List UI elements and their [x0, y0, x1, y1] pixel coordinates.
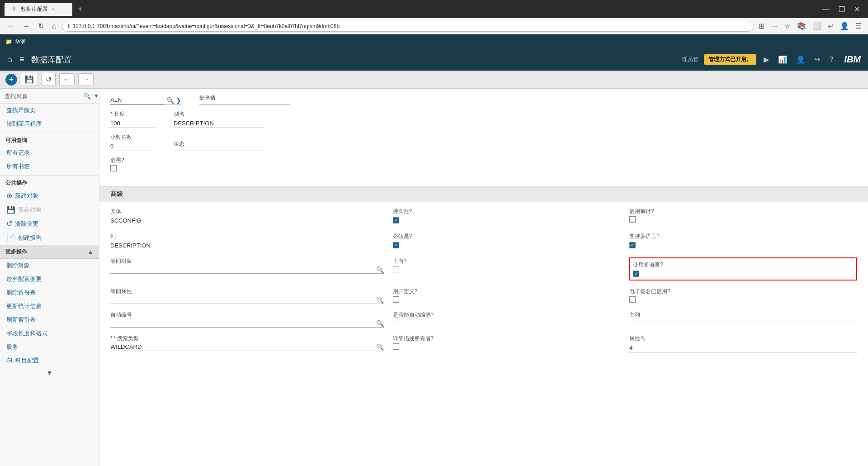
sidebar-item-create-report[interactable]: 📄 创建报告 — [0, 231, 99, 245]
search-icon[interactable]: 🔍 — [83, 92, 91, 100]
sidebar-item-all-records[interactable]: 所有记录 — [0, 146, 99, 160]
scroll-down-icon[interactable]: ▼ — [47, 369, 53, 376]
folder-icon: 📁 — [5, 38, 12, 45]
browser-nav: ← → ↻ ⌂ ℹ 127.0.0.1:7001/maximo/ui/?even… — [0, 18, 868, 34]
sidebar-item-all-bookmarks[interactable]: 所有书签 — [0, 160, 99, 173]
sidebar-item-clear-changes[interactable]: ↺ 清除变更 — [0, 217, 99, 231]
add-button[interactable]: + — [5, 74, 17, 86]
home-nav-button[interactable]: ⌂ — [49, 20, 59, 32]
forward-button[interactable]: → — [78, 73, 94, 86]
search-type-input-group: WILDCARD 🔍 — [110, 343, 384, 351]
advanced-row-4: 等同属性 🔍 用户定义? 电子签名已启用? — [110, 288, 857, 304]
address-bar[interactable]: ℹ 127.0.0.1:7001/maximo/ui/?event=loadap… — [62, 21, 754, 32]
sidebar-item-discard-config[interactable]: 放弃配置变更 — [0, 272, 99, 286]
required-label: 必需? — [110, 157, 124, 164]
reload-button[interactable]: ↻ — [35, 20, 47, 32]
auto-decode-label: 是否能自动编码? — [393, 311, 621, 319]
esign-checkbox[interactable] — [629, 296, 636, 303]
clear-icon: ↺ — [6, 219, 12, 228]
column-col: 列 DESCRIPTION — [110, 233, 393, 250]
browser-tab-active[interactable]: 🗄 数据库配置 × — [5, 3, 72, 16]
search-type-search-icon[interactable]: 🔍 — [376, 343, 384, 351]
same-attr-input[interactable] — [110, 296, 374, 303]
decimal-field-group: 小数位数 0 — [110, 133, 156, 151]
admin-mode-badge[interactable]: 管理方式已开启。 — [704, 54, 756, 65]
minimize-button[interactable]: — — [819, 3, 833, 15]
tab-close-button[interactable]: × — [52, 5, 55, 13]
search-input[interactable] — [5, 93, 80, 100]
sidebar-item-delete-object[interactable]: 删除对象 — [0, 259, 99, 272]
auto-num-input-group: 🔍 — [110, 320, 384, 328]
back-button[interactable]: ← — [59, 73, 75, 86]
sidebar-item-gl-config[interactable]: GL 科目配置 — [0, 354, 99, 367]
ibm-logo: IBM — [844, 54, 861, 65]
sidebar-item-save-object[interactable]: 💾 保存对象 — [0, 203, 99, 217]
back-nav-button[interactable]: ← — [5, 20, 17, 32]
dropdown-arrow-icon[interactable]: ▼ — [94, 93, 99, 99]
multilang-checkbox[interactable] — [629, 242, 636, 248]
undo-icon[interactable]: ↩ — [826, 21, 835, 31]
save-button[interactable]: 💾 — [21, 73, 38, 86]
alias-label: 别名 — [174, 110, 264, 118]
sidebar: 🔍 ▼ 查找导航页 转到应用程序 可用查询 所有记录 所有书签 公共操作 ⊕ 新… — [0, 89, 99, 466]
new-tab-button[interactable]: + — [78, 5, 83, 14]
sidebar-item-service[interactable]: 服务 — [0, 340, 99, 354]
forward-nav-button[interactable]: → — [20, 20, 33, 32]
chart-icon[interactable]: 📊 — [776, 53, 789, 66]
form-row-required: 必需? — [110, 157, 857, 171]
more-ops-label: 更多操作 — [5, 248, 27, 256]
sidebar-item-update-stats[interactable]: 更新统计信息 — [0, 300, 99, 313]
auto-decode-checkbox[interactable] — [393, 320, 399, 326]
home-app-icon[interactable]: ⌂ — [7, 55, 12, 64]
same-obj-search-icon[interactable]: 🔍 — [376, 266, 384, 273]
menu-icon[interactable]: ☰ — [854, 21, 863, 31]
use-multilang-checkbox[interactable] — [633, 271, 639, 277]
auto-num-search-icon[interactable]: 🔍 — [376, 320, 384, 327]
forward-checkbox[interactable] — [393, 266, 399, 272]
refresh-button[interactable]: ↺ — [42, 73, 56, 86]
user-circle-icon[interactable]: 👤 — [794, 53, 807, 66]
required2-checkbox[interactable] — [393, 242, 399, 248]
sidebar-search-area: 🔍 ▼ — [0, 89, 99, 104]
required-checkbox[interactable] — [110, 165, 117, 171]
advanced-row-3: 等同对象 🔍 正向? 使用多语言? — [110, 257, 857, 281]
send-icon[interactable]: ▶ — [762, 53, 771, 66]
required-checkbox-wrapper — [110, 165, 124, 171]
required2-label: 必须是? — [393, 233, 621, 240]
sidebar-item-refresh-index[interactable]: 刷新索引表 — [0, 313, 99, 327]
sidebar-item-find-nav[interactable]: 查找导航页 — [0, 104, 99, 117]
audit-checkbox[interactable] — [629, 216, 636, 223]
status-label: 状态 — [174, 140, 264, 148]
sidebar-item-goto-app[interactable]: 转到应用程序 — [0, 117, 99, 131]
sidebar-available-section: 可用查询 — [0, 133, 99, 146]
split-view-icon[interactable]: ⬜ — [811, 21, 823, 31]
advanced-form: 实体 SCCONFIG 持久性? 启用审计? 列 DESCRIPTION — [99, 202, 868, 365]
plus-circle-icon: ⊕ — [6, 191, 12, 200]
same-obj-input[interactable] — [110, 266, 374, 273]
scroll-up-icon[interactable]: ▲ — [87, 248, 94, 256]
extensions-icon[interactable]: ⊞ — [757, 21, 766, 31]
persistent-checkbox[interactable] — [393, 217, 399, 223]
help-icon[interactable]: ? — [827, 54, 835, 66]
user-def-checkbox[interactable] — [393, 296, 399, 303]
type-nav-arrow[interactable]: ❯ — [176, 97, 181, 104]
app-header: ⌂ ≡ 数据库配置 理员管 管理方式已开启。 ▶ 📊 👤 ↪ ? IBM — [0, 49, 868, 71]
auto-num-input[interactable] — [110, 320, 374, 327]
profile-icon[interactable]: 👤 — [838, 21, 851, 31]
sidebar-item-new-object[interactable]: ⊕ 新建对象 — [0, 189, 99, 203]
required2-col: 必须是? — [393, 233, 630, 250]
same-attr-search-icon[interactable]: 🔍 — [376, 296, 384, 304]
same-obj-col: 等同对象 🔍 — [110, 257, 393, 281]
bookmarks-sidebar-icon[interactable]: 📚 — [795, 21, 808, 31]
hamburger-menu-icon[interactable]: ≡ — [19, 55, 24, 64]
bookmark-icon[interactable]: ☆ — [783, 21, 793, 31]
maximize-button[interactable]: ❒ — [835, 3, 849, 15]
logout-icon[interactable]: ↪ — [812, 53, 822, 66]
sidebar-item-field-format[interactable]: 字段长度和格式 — [0, 327, 99, 340]
more-options-icon[interactable]: ⋯ — [769, 21, 780, 31]
close-button[interactable]: ✕ — [850, 3, 863, 15]
forward-col: 正向? — [393, 257, 630, 281]
sidebar-item-delete-backup[interactable]: 删除备份表 — [0, 286, 99, 300]
type-search-icon[interactable]: 🔍 — [166, 97, 174, 104]
detailed-desc-checkbox[interactable] — [393, 343, 399, 350]
